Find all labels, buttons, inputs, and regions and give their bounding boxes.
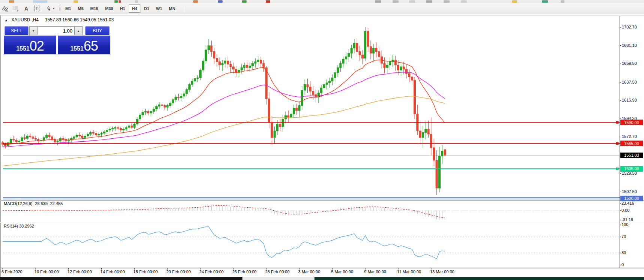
candle — [282, 119, 284, 127]
toolbar-grip[interactable] — [59, 5, 60, 12]
candle — [131, 126, 133, 127]
candle — [128, 126, 130, 127]
tab-timeframe-h4[interactable]: H4 — [129, 4, 140, 13]
price-tick-label: 1659.50 — [622, 61, 637, 66]
candle — [436, 160, 438, 188]
rsi-line — [3, 227, 445, 259]
candle — [216, 58, 218, 62]
toolbar-fragment — [512, 0, 517, 3]
taskbar-seg-light — [242, 277, 314, 280]
candle — [312, 91, 314, 94]
tab-timeframe-m1[interactable]: M1 — [62, 4, 74, 13]
chart-window[interactable]: ▲ XAUUSD-,H4 1557.83 1560.66 1549.05 155… — [0, 15, 644, 280]
clipped-toolbar-row — [0, 0, 644, 3]
time-label: 13 Mar 00:00 — [430, 270, 454, 274]
label-t-icon[interactable]: T — [32, 4, 42, 13]
candle — [188, 84, 190, 89]
rsi-scale-label: 100 — [621, 222, 628, 227]
svg-text:F: F — [17, 9, 18, 12]
rsi-scale-label: 70 — [621, 234, 626, 239]
price-tick-label: 1572.70 — [622, 134, 637, 139]
candle — [274, 131, 275, 138]
candle — [191, 81, 193, 84]
toolbar-fragment — [242, 0, 247, 3]
arrows-icon[interactable]: ▾ — [42, 4, 57, 13]
grid-f-icon[interactable]: F — [11, 4, 21, 13]
candle — [197, 78, 199, 78]
candle — [92, 133, 94, 133]
candle — [84, 136, 86, 138]
tab-timeframe-m30[interactable]: M30 — [102, 4, 116, 13]
tab-timeframe-m15[interactable]: M15 — [87, 4, 101, 13]
candle — [331, 78, 333, 81]
text-a-icon[interactable]: A — [21, 4, 31, 13]
candle — [397, 65, 399, 70]
macd-scale-label: -31.19 — [621, 217, 633, 222]
candle — [356, 43, 358, 51]
toolbar-fragment — [409, 0, 415, 3]
label-t-glyph: T — [34, 6, 39, 11]
candle — [153, 109, 155, 112]
chart-canvas[interactable] — [0, 15, 644, 280]
candle — [90, 133, 92, 134]
candle — [164, 106, 166, 107]
candle — [378, 52, 380, 57]
chevron-down-icon: ▾ — [53, 7, 54, 10]
candle — [375, 48, 377, 52]
candle — [68, 140, 69, 141]
time-label: 24 Feb 00:00 — [199, 270, 224, 274]
tab-timeframe-w1[interactable]: W1 — [153, 4, 166, 13]
candle — [200, 70, 202, 78]
candle — [208, 46, 210, 50]
tab-timeframe-mn[interactable]: MN — [166, 4, 178, 13]
candle — [18, 141, 20, 142]
time-label: 26 Feb 00:00 — [232, 270, 257, 274]
candle — [186, 90, 188, 94]
timeframe-group: M1M5M15M30H1H4D1W1MN — [62, 4, 179, 13]
price-badge-1535: 1535.00 — [620, 166, 643, 172]
candle — [158, 105, 160, 106]
tab-timeframe-d1[interactable]: D1 — [141, 4, 152, 13]
candle — [246, 65, 248, 68]
current-price-badge: 1551.03 — [620, 153, 643, 158]
candle — [296, 108, 298, 111]
candle — [120, 128, 122, 130]
macd-scale-label: 23.416 — [621, 201, 634, 205]
toolbar-fragment — [542, 0, 548, 3]
toolbar-fragment — [33, 0, 47, 3]
candle — [334, 73, 336, 78]
tab-timeframe-m5[interactable]: M5 — [75, 4, 86, 13]
candle — [65, 139, 67, 141]
macd-label: MACD(12,26,9) -28.639 -22.455 — [4, 201, 63, 206]
tab-timeframe-h1[interactable]: H1 — [117, 4, 128, 13]
crosshatch-e-icon[interactable]: E — [0, 4, 10, 13]
toolbar-fragment — [135, 0, 138, 3]
macd-signal-line — [3, 206, 445, 218]
candle — [367, 31, 369, 46]
candle — [265, 67, 267, 99]
candle — [211, 46, 212, 52]
candle — [287, 116, 289, 117]
price-badge-1590: 1590.00 — [620, 120, 643, 125]
candle — [340, 63, 342, 67]
candle — [183, 94, 185, 96]
candle — [51, 137, 53, 139]
candle — [62, 138, 64, 139]
price-badge-1565: 1565.00 — [620, 141, 643, 146]
candle — [175, 97, 177, 100]
candle — [386, 65, 388, 68]
candle — [230, 64, 232, 67]
candle — [15, 140, 17, 142]
candle — [304, 84, 306, 90]
candle — [364, 31, 366, 58]
fast-ma-line — [3, 60, 445, 145]
candle — [213, 52, 215, 58]
toolbar-separator — [184, 4, 184, 13]
time-label: 28 Feb 00:00 — [265, 270, 290, 274]
price-tick-label: 1637.50 — [622, 80, 637, 84]
price-tick-label: 1507.50 — [622, 189, 637, 194]
candle — [298, 106, 300, 111]
hline-handle — [616, 121, 618, 124]
candle — [178, 97, 179, 98]
candle — [430, 134, 432, 148]
